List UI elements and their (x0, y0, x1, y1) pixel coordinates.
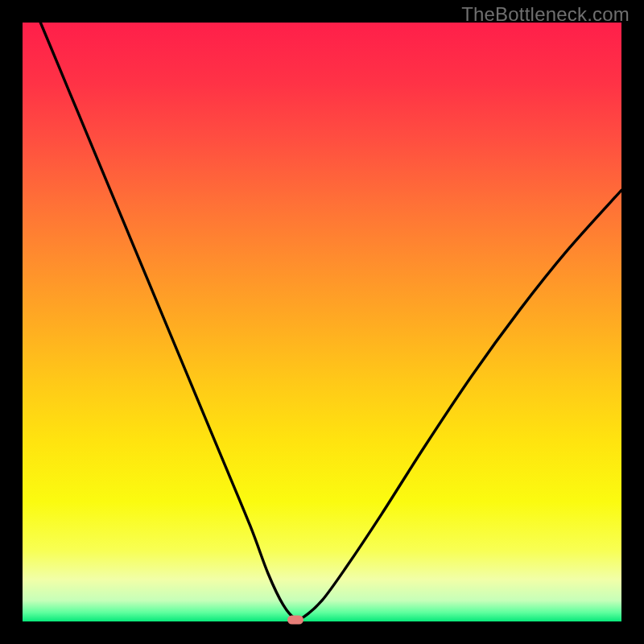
plot-area (23, 23, 621, 621)
chart-frame: TheBottleneck.com (0, 0, 644, 644)
bottleneck-curve (23, 23, 621, 621)
